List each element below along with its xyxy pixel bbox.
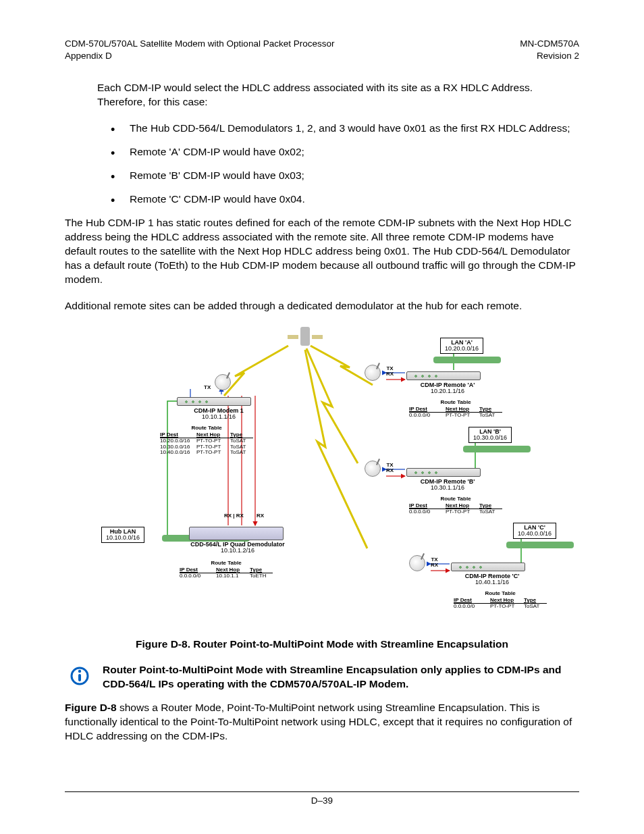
svg-point-1 <box>78 670 81 673</box>
note-text: Router Point-to-MultiPoint Mode with Str… <box>103 663 579 692</box>
info-icon <box>65 663 95 692</box>
hub-lan-box: Hub LAN10.10.0.0/16 <box>101 527 144 544</box>
dish-icon <box>215 374 231 390</box>
bullet-item: Remote 'C' CDM-IP would have 0x04. <box>97 192 579 207</box>
page-header: CDM-570L/570AL Satellite Modem with Opti… <box>65 38 579 62</box>
remote-c-route-table: Route Table IP DestNext HopType 0.0.0.0/… <box>454 591 547 610</box>
dish-icon <box>365 365 381 381</box>
header-left-1: CDM-570L/570AL Satellite Modem with Opti… <box>65 38 334 50</box>
header-right-1: MN-CDM570A <box>520 38 579 50</box>
bullet-item: Remote 'A' CDM-IP would have 0x02; <box>97 145 579 159</box>
bullet-item: The Hub CDD-564/L Demodulators 1, 2, and… <box>97 122 579 136</box>
remote-a-label: CDM-IP Remote 'A'10.20.1.1/16 <box>410 382 485 395</box>
modem-icon <box>406 468 481 477</box>
lan-bar <box>463 446 531 452</box>
satellite-icon <box>292 327 319 348</box>
tx-label: TX <box>204 385 211 390</box>
intro-paragraph: Each CDM-IP would select the HDLC addres… <box>97 81 579 109</box>
lan-bar <box>433 357 501 363</box>
page-footer: D–39 <box>65 791 579 807</box>
figure-caption: Figure D-8. Router Point-to-MultiPoint M… <box>65 637 579 652</box>
remote-a-route-table: Route Table IP DestNext HopType 0.0.0.0/… <box>409 400 502 419</box>
dish-icon <box>365 461 381 477</box>
remote-b-route-table: Route Table IP DestNext HopType 0.0.0.0/… <box>409 496 502 515</box>
lan-b-box: LAN 'B'10.30.0.0/16 <box>468 427 512 444</box>
remote-b-label: CDM-IP Remote 'B'10.30.1.1/16 <box>410 479 485 492</box>
paragraph-4: Figure D-8 shows a Router Mode, Point-To… <box>65 701 579 744</box>
hub-modem-route-table: Route Table IP DestNext HopType 10.20.0.… <box>160 425 253 456</box>
remote-c-label: CDM-IP Remote 'C'10.40.1.1/16 <box>455 573 529 586</box>
figure-d8: Hub LAN10.10.0.0/16 LAN 'A'10.20.0.0/16 … <box>89 325 555 629</box>
bullet-item: Remote 'B' CDM-IP would have 0x03; <box>97 169 579 183</box>
dish-icon <box>409 555 425 571</box>
txrx-label: TXRX <box>431 557 438 569</box>
txrx-label: TXRX <box>386 463 394 474</box>
important-note: Router Point-to-MultiPoint Mode with Str… <box>65 663 579 692</box>
svg-rect-2 <box>78 674 81 681</box>
modem-icon <box>177 397 251 406</box>
rx-label: RX | RX <box>224 513 244 519</box>
hub-demod-route-table: Route Table IP DestNext HopType 0.0.0.0/… <box>180 561 273 579</box>
hub-demod-label: CDD-564/L IP Quad Demodulator10.10.1.2/1… <box>184 542 292 554</box>
demodulator-icon <box>189 527 284 540</box>
lan-a-box: LAN 'A'10.20.0.0/16 <box>440 338 483 355</box>
modem-icon <box>406 371 481 380</box>
modem-icon <box>451 563 525 571</box>
header-right-2: Revision 2 <box>520 50 579 62</box>
lan-c-box: LAN 'C'10.40.0.0/16 <box>513 523 556 540</box>
paragraph-3: Additional remote sites can be added thr… <box>65 299 579 313</box>
rx-label: RX <box>257 513 264 519</box>
txrx-label: TXRX <box>386 366 394 377</box>
paragraph-2: The Hub CDM-IP 1 has static routes defin… <box>65 216 579 287</box>
hub-modem-label: CDM-IP Modem 110.10.1.1/16 <box>185 408 252 421</box>
lan-bar <box>506 542 574 548</box>
bullet-list: The Hub CDD-564/L Demodulators 1, 2, and… <box>97 122 579 207</box>
header-left-2: Appendix D <box>65 50 334 62</box>
